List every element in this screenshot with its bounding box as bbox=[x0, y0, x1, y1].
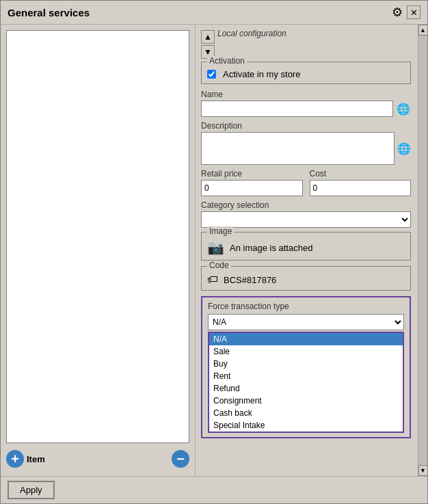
local-config-label: Local configuration bbox=[217, 29, 286, 38]
activate-label: Activate in my store bbox=[223, 69, 300, 79]
description-globe-button[interactable]: 🌐 bbox=[397, 141, 411, 156]
camera-icon[interactable]: 📷 bbox=[207, 239, 224, 256]
code-group-title: Code bbox=[207, 261, 231, 270]
list-area bbox=[6, 30, 189, 443]
dropdown-option-cashback[interactable]: Cash back bbox=[209, 407, 403, 419]
image-row: 📷 An image is attached bbox=[207, 239, 405, 256]
item-label: Item bbox=[27, 454, 45, 464]
tag-icon: 🏷 bbox=[207, 274, 218, 286]
code-row: 🏷 BCS#817876 bbox=[207, 274, 405, 286]
plus-icon: + bbox=[6, 450, 24, 468]
cost-field: Cost bbox=[310, 169, 412, 196]
name-input[interactable] bbox=[201, 101, 393, 117]
price-cost-row: Retail price Cost bbox=[201, 169, 411, 196]
name-field-row: Name 🌐 bbox=[201, 90, 411, 117]
add-item-button[interactable]: + Item bbox=[6, 450, 45, 468]
cost-input[interactable] bbox=[310, 180, 412, 196]
gear-icon[interactable]: ⚙ bbox=[392, 5, 403, 20]
right-panel: ▲ ▼ ▲ ▼ Local configuration Activation bbox=[196, 25, 427, 476]
force-transaction-select[interactable]: N/A bbox=[208, 314, 404, 330]
image-attached-label: An image is attached bbox=[230, 243, 312, 253]
image-group: Image 📷 An image is attached bbox=[201, 232, 411, 261]
code-group: Code 🏷 BCS#817876 bbox=[201, 266, 411, 291]
activation-group-title: Activation bbox=[207, 56, 247, 66]
scroll-down-arrow[interactable]: ▼ bbox=[418, 465, 428, 476]
scroll-up-arrow[interactable]: ▲ bbox=[418, 25, 428, 36]
remove-item-button[interactable]: − bbox=[172, 450, 189, 468]
scrollbar[interactable]: ▲ ▼ bbox=[418, 25, 427, 476]
left-panel: + Item − bbox=[1, 25, 196, 476]
category-field-row: Category selection bbox=[201, 200, 411, 228]
force-transaction-title: Force transaction type bbox=[208, 302, 404, 311]
dropdown-option-refund[interactable]: Refund bbox=[209, 382, 403, 395]
dialog-title: General services bbox=[8, 7, 90, 18]
description-field-row: Description 🌐 bbox=[201, 121, 411, 165]
activation-row: Activate in my store bbox=[207, 69, 405, 79]
retail-price-label: Retail price bbox=[201, 169, 303, 178]
retail-price-field: Retail price bbox=[201, 169, 303, 196]
inline-fields: Retail price Cost bbox=[201, 169, 411, 196]
category-select[interactable] bbox=[201, 211, 411, 228]
nav-up-arrow[interactable]: ▲ bbox=[201, 30, 215, 44]
name-label: Name bbox=[201, 90, 411, 99]
bottom-bar: Apply bbox=[1, 476, 427, 503]
title-bar-icons: ⚙ ✕ bbox=[392, 5, 420, 20]
description-label: Description bbox=[201, 121, 411, 131]
force-transaction-group: Force transaction type N/A N/A Sale Buy … bbox=[201, 296, 411, 438]
dropdown-option-buy[interactable]: Buy bbox=[209, 358, 403, 370]
force-transaction-dropdown-list: N/A Sale Buy Rent Refund Consignment Cas… bbox=[208, 332, 404, 433]
local-config-row: ▲ ▼ Local configuration bbox=[201, 29, 411, 59]
general-services-dialog: General services ⚙ ✕ + Item − ▲ ▼ bbox=[0, 0, 428, 504]
description-input[interactable] bbox=[201, 132, 394, 165]
content-area: + Item − ▲ ▼ ▲ ▼ Local bbox=[1, 25, 427, 476]
cost-label: Cost bbox=[310, 169, 412, 178]
scroll-track bbox=[418, 36, 427, 465]
dropdown-option-consignment[interactable]: Consignment bbox=[209, 395, 403, 407]
apply-button[interactable]: Apply bbox=[8, 481, 55, 499]
name-globe-button[interactable]: 🌐 bbox=[396, 101, 411, 116]
nav-arrows: ▲ ▼ bbox=[201, 30, 215, 59]
right-panel-inner: ▲ ▼ Local configuration Activation Activ… bbox=[201, 29, 422, 472]
description-input-row: 🌐 bbox=[201, 132, 411, 165]
dropdown-option-na[interactable]: N/A bbox=[209, 333, 403, 345]
dropdown-option-sale[interactable]: Sale bbox=[209, 345, 403, 358]
activation-group: Activation Activate in my store bbox=[201, 62, 411, 84]
activate-checkbox[interactable] bbox=[207, 70, 216, 79]
close-button[interactable]: ✕ bbox=[407, 5, 420, 19]
left-bottom-bar: + Item − bbox=[6, 447, 189, 470]
name-input-row: 🌐 bbox=[201, 101, 411, 117]
code-value: BCS#817876 bbox=[224, 275, 276, 285]
category-label: Category selection bbox=[201, 200, 411, 210]
dropdown-option-rent[interactable]: Rent bbox=[209, 370, 403, 382]
retail-price-input[interactable] bbox=[201, 180, 303, 196]
image-group-title: Image bbox=[207, 226, 234, 236]
title-bar: General services ⚙ ✕ bbox=[1, 1, 427, 25]
dropdown-option-special-intake[interactable]: Special Intake bbox=[209, 419, 403, 432]
